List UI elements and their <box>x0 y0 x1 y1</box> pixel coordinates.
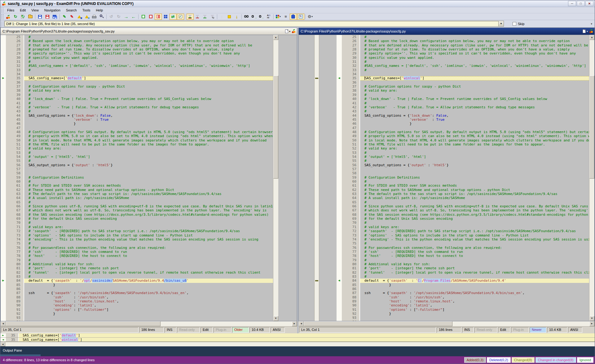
output-pane-bar[interactable]: Output Pane <box>0 346 595 354</box>
code-line-89[interactable]: 'host' : 'remote.linux.host', <box>24 299 273 303</box>
code-line-51[interactable]: # the HTML file will need to be put in t… <box>360 142 589 146</box>
code-line-78[interactable]: # 'host' - [REQUIRED] the host to connec… <box>24 254 273 258</box>
code-line-94[interactable] <box>24 320 273 321</box>
file-menu-icon[interactable] <box>285 29 288 33</box>
scroll-up-icon[interactable]: ▲ <box>589 35 594 40</box>
file-menu-icon[interactable] <box>583 29 586 33</box>
status-read-only[interactable]: Read-only <box>474 327 497 333</box>
first-pane-hscrollbar[interactable]: ◄ ► <box>0 321 297 327</box>
show-first-pane-button[interactable] <box>140 14 147 20</box>
code-line-60[interactable]: # <box>360 180 589 184</box>
code-line-31[interactable]: # <box>24 60 273 64</box>
code-line-91[interactable]: 'options' : ["-fullstimer"] <box>24 308 273 312</box>
next-diff-button[interactable]: ↓ <box>233 14 240 20</box>
show-deleted-button[interactable] <box>194 14 201 20</box>
code-line-73[interactable]: # 'options' - SAS options to include in … <box>360 233 589 237</box>
recompare-swap-button[interactable]: ↻ <box>20 14 27 20</box>
code-line-84[interactable]: default = {'saspath' : '/opt/sasinside/S… <box>24 279 273 283</box>
code-line-79[interactable]: # <box>24 258 273 262</box>
undo-button[interactable]: ↺ <box>108 14 115 20</box>
code-line-32[interactable]: #SAS_config_names = ['default', 'ssh', '… <box>24 64 273 68</box>
code-line-54[interactable]: # 'output' = ['html5', 'html'] <box>360 155 589 159</box>
code-line-52[interactable]: # valid key are: <box>24 146 273 150</box>
code-line-85[interactable]: } <box>24 283 273 287</box>
current-diff-combo[interactable]: Diff 1: Change 1 line (35, first file) t… <box>4 21 504 27</box>
edit-first-button[interactable]: ✎ <box>61 14 68 20</box>
code-line-47[interactable] <box>360 126 589 130</box>
code-line-49[interactable]: # properly with HTML 5.0 so it can also … <box>24 134 273 138</box>
code-line-66[interactable]: # Since python uses utf-8, running SAS w… <box>24 204 273 208</box>
current-diff-button[interactable] <box>226 14 233 20</box>
code-line-38[interactable]: # valid key are: <box>360 89 589 93</box>
menu-item-tools[interactable]: Tools <box>80 8 93 13</box>
code-line-29[interactable]: # specify options=''. This way it's spec… <box>360 51 589 55</box>
code-line-70[interactable]: # <box>360 221 589 225</box>
code-line-41[interactable]: # <box>24 101 273 105</box>
toolbar-grip[interactable] <box>1 14 3 19</box>
show-all-diffs-button[interactable] <box>187 14 194 20</box>
code-line-45[interactable]: 'verbose' : True <box>24 118 273 122</box>
code-line-90[interactable]: 'encoding': 'latin1', <box>24 303 273 307</box>
status-read-only[interactable]: Read-only <box>177 327 200 333</box>
code-line-86[interactable] <box>24 287 273 291</box>
show-added-button[interactable] <box>201 14 209 20</box>
save-first-button[interactable] <box>37 14 44 20</box>
code-line-25[interactable]: # <box>360 35 589 39</box>
code-line-42[interactable]: # 'verbose' - True | False. True = Allow… <box>360 105 589 109</box>
code-line-35[interactable]: SAS_config_names=['default'] <box>24 76 273 80</box>
code-line-75[interactable]: # <box>24 241 273 245</box>
code-line-76[interactable]: # For passwordless ssh connection, the f… <box>360 246 589 250</box>
scroll-track[interactable] <box>589 40 594 316</box>
copy-block-right-button[interactable]: → <box>123 14 130 20</box>
save-all-button[interactable] <box>51 14 59 20</box>
second-pane-hscrollbar[interactable]: ◄ ► <box>298 321 595 327</box>
code-line-78[interactable]: # 'host' - [REQUIRED] the host to connec… <box>360 254 589 258</box>
code-line-62[interactable]: # These need path to SASHome and optiona… <box>24 188 273 192</box>
save-second-button[interactable] <box>44 14 51 20</box>
status-edit[interactable]: Edit <box>201 327 213 333</box>
code-line-77[interactable]: # 'ssh' - [REQUIRED] the ssh command to … <box>360 250 589 254</box>
code-line-86[interactable] <box>360 287 589 291</box>
code-line-56[interactable]: SAS_output_options = {'output' : 'html5'… <box>24 163 273 167</box>
diffbar-overflow-chevron[interactable]: ▾ <box>591 22 592 25</box>
file-menu-dropdown-icon[interactable]: ▾ <box>289 30 290 33</box>
show-line-numbers-button[interactable]: ≡ <box>282 14 289 20</box>
menu-item-files[interactable]: Files <box>4 8 17 13</box>
code-text-column[interactable]: ## Based upon the lock_down configuratio… <box>360 35 589 321</box>
menu-item-edit[interactable]: Edit <box>17 8 29 13</box>
code-line-26[interactable]: # Based upon the lock_down configuration… <box>24 39 273 43</box>
code-line-40[interactable]: # 'lock_down' - True | False. True = Pre… <box>24 97 273 101</box>
status-edit[interactable]: Edit <box>498 327 510 333</box>
code-line-28[interactable]: # prompted for at run time. To dissallow… <box>360 47 589 51</box>
code-line-34[interactable] <box>360 72 589 76</box>
menu-item-view[interactable]: View <box>29 8 42 13</box>
code-line-41[interactable]: # <box>360 101 589 105</box>
show-changed-only-button[interactable] <box>209 14 216 20</box>
split-view-button[interactable] <box>155 14 162 20</box>
code-line-88[interactable]: 'ssh' : '/usr/bin/ssh', <box>24 295 273 299</box>
code-line-81[interactable]: # 'port' - [integer] the remote ssh port <box>24 266 273 270</box>
menu-grip[interactable] <box>1 8 3 12</box>
second-file-pane[interactable]: ◄◄25262728293031323334353637383940414243… <box>298 35 595 321</box>
code-line-87[interactable]: ssh = {'saspath' : '/opt/sasinside/SASHo… <box>24 291 273 295</box>
diffbar-grip[interactable] <box>1 21 3 26</box>
code-line-80[interactable]: # Additional valid keys for ssh: <box>360 262 589 266</box>
status-ins[interactable]: INS <box>165 327 176 333</box>
code-line-55[interactable]: # <box>24 159 273 163</box>
code-line-36[interactable] <box>360 80 589 84</box>
code-line-45[interactable]: 'verbose' : True <box>360 118 589 122</box>
edit-second-button[interactable]: ✎ <box>68 14 76 20</box>
code-line-64[interactable]: # A usual install path is: /opt/sasinsid… <box>360 196 589 200</box>
edit-mode-button[interactable]: ✎ <box>297 14 304 20</box>
previous-diff-button[interactable]: ↑ <box>218 14 226 20</box>
code-line-28[interactable]: # prompted for at run time. To dissallow… <box>24 47 273 51</box>
code-line-46[interactable]: } <box>360 122 589 126</box>
code-line-37[interactable]: # Configuration options for saspy - pyth… <box>24 84 273 89</box>
code-line-60[interactable]: # <box>24 180 273 184</box>
code-line-33[interactable]: # <box>24 68 273 72</box>
code-line-71[interactable]: # valid keys are: <box>360 225 589 229</box>
compare-files-button[interactable] <box>5 14 12 20</box>
code-line-25[interactable]: # <box>24 35 273 39</box>
code-line-57[interactable] <box>360 167 589 171</box>
code-line-39[interactable]: # <box>24 93 273 97</box>
